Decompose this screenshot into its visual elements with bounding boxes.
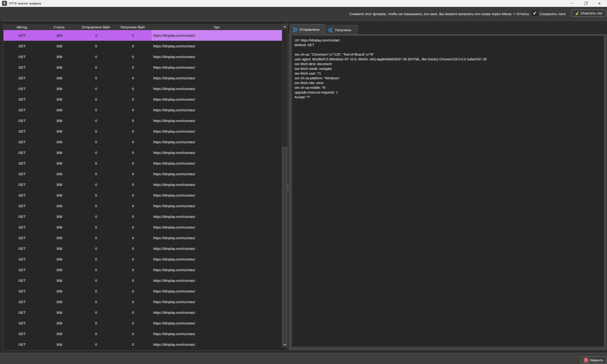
cell-received-bytes: 0 <box>114 169 152 179</box>
table-row[interactable]: GET30800https://idnplay.com/contact <box>3 297 282 307</box>
chevrons-right-icon <box>292 27 298 32</box>
table-row[interactable]: GET30800https://idnplay.com/contact <box>3 73 282 83</box>
cell-received-bytes: 0 <box>114 94 152 105</box>
cell-url: https://idnplay.com/contact <box>152 339 282 350</box>
header-received-bytes[interactable]: Получено байт <box>114 24 152 30</box>
tab-sent[interactable]: Отправлено <box>290 24 325 35</box>
cell-received-bytes: 0 <box>114 52 152 62</box>
table-row[interactable]: GET30800https://idnplay.com/contact <box>3 243 282 254</box>
table-row[interactable]: GET30800https://idnplay.com/contact <box>3 41 282 52</box>
table-row[interactable]: GET30800https://idnplay.com/contact <box>3 328 282 339</box>
table-row[interactable]: GET30800https://idnplay.com/contact <box>3 233 282 243</box>
cell-url: https://idnplay.com/contact <box>152 115 282 126</box>
cell-status: 308 <box>41 286 78 297</box>
table-row[interactable]: GET30800https://idnplay.com/contact <box>3 286 282 297</box>
cell-status: 308 <box>41 211 78 222</box>
splitter-handle-dot <box>288 184 288 185</box>
table-row[interactable]: GET30800https://idnplay.com/contact <box>3 339 282 350</box>
checkmark-icon <box>533 11 537 15</box>
cell-method: GET <box>3 339 41 350</box>
cell-method: GET <box>3 243 41 254</box>
cell-method: GET <box>3 52 41 62</box>
cell-status: 308 <box>41 264 78 275</box>
cell-status: 308 <box>41 339 78 350</box>
cell-sent-bytes: 0 <box>78 243 114 254</box>
cell-status: 308 <box>41 62 78 73</box>
header-method[interactable]: Метод <box>3 24 41 30</box>
table-row[interactable]: GET30800https://idnplay.com/contact <box>3 201 282 211</box>
close-dialog-button[interactable]: ✕ Закрыть <box>581 356 606 364</box>
table-row[interactable]: GET30800https://idnplay.com/contact <box>3 158 282 169</box>
clear-log-button[interactable]: Очистить лог <box>571 10 606 17</box>
table-row[interactable]: GET30800https://idnplay.com/contact <box>3 62 282 73</box>
request-details-text[interactable]: Url: https://idnplay.com/contact Method:… <box>292 36 604 347</box>
minimize-button[interactable] <box>566 0 577 7</box>
table-row[interactable]: GET30800https://idnplay.com/contact <box>3 307 282 318</box>
restore-button[interactable] <box>580 0 591 7</box>
close-window-button[interactable]: ✕ <box>594 0 605 7</box>
table-row[interactable]: GET30800https://idnplay.com/contact <box>3 52 282 62</box>
table-row[interactable]: GET30800https://idnplay.com/contact <box>3 179 282 190</box>
cell-received-bytes: 0 <box>114 254 152 264</box>
table-row[interactable]: GET30800https://idnplay.com/contact <box>3 190 282 201</box>
cell-sent-bytes: 0 <box>78 190 114 201</box>
tab-received[interactable]: Получено <box>325 25 358 35</box>
cell-sent-bytes: 0 <box>78 222 114 233</box>
table-row[interactable]: GET30800https://idnplay.com/contact <box>3 94 282 105</box>
cell-received-bytes: 0 <box>114 222 152 233</box>
table-row[interactable]: GET30800https://idnplay.com/contact <box>3 137 282 147</box>
cell-status: 308 <box>41 307 78 318</box>
cell-url: https://idnplay.com/contact <box>152 158 282 169</box>
cell-method: GET <box>3 62 41 73</box>
cell-sent-bytes: 0 <box>78 318 114 328</box>
cell-url: https://idnplay.com/contact <box>152 201 282 211</box>
cell-method: GET <box>3 211 41 222</box>
table-row[interactable]: GET30800https://idnplay.com/contact <box>3 264 282 275</box>
cell-received-bytes: 0 <box>114 318 152 328</box>
cell-received-bytes: 0 <box>114 233 152 243</box>
cell-status: 308 <box>41 158 78 169</box>
cell-status: 308 <box>41 115 78 126</box>
table-row[interactable]: GET30800https://idnplay.com/contact <box>3 275 282 286</box>
close-dialog-label: Закрыть <box>590 358 603 362</box>
scroll-down-button[interactable] <box>282 342 287 347</box>
table-row[interactable]: GET30800https://idnplay.com/contact <box>3 30 282 41</box>
cell-url: https://idnplay.com/contact <box>152 179 282 190</box>
cell-status: 308 <box>41 137 78 147</box>
cell-method: GET <box>3 147 41 158</box>
table-vertical-scrollbar[interactable] <box>282 24 287 347</box>
cell-received-bytes: 0 <box>114 83 152 94</box>
cell-method: GET <box>3 94 41 105</box>
save-logs-checkbox[interactable] <box>532 10 538 16</box>
table-row[interactable]: GET30800https://idnplay.com/contact <box>3 105 282 115</box>
table-row[interactable]: GET30800https://idnplay.com/contact <box>3 211 282 222</box>
cell-sent-bytes: 0 <box>78 73 114 83</box>
scroll-up-button[interactable] <box>282 24 287 29</box>
cell-sent-bytes: 0 <box>78 211 114 222</box>
table-row[interactable]: GET30800https://idnplay.com/contact <box>3 169 282 179</box>
cell-url: https://idnplay.com/contact <box>152 264 282 275</box>
table-row[interactable]: GET30800https://idnplay.com/contact <box>3 115 282 126</box>
table-row[interactable]: GET30800https://idnplay.com/contact <box>3 254 282 264</box>
table-row[interactable]: GET30800https://idnplay.com/contact <box>3 147 282 158</box>
header-sent-bytes[interactable]: Отправлено байт <box>78 24 114 30</box>
cell-sent-bytes: 0 <box>78 339 114 350</box>
scrollbar-thumb[interactable] <box>282 147 287 342</box>
cell-received-bytes: 0 <box>114 30 152 41</box>
save-logs-label[interactable]: Сохранять логи <box>540 7 566 21</box>
cell-sent-bytes: 0 <box>78 169 114 179</box>
header-status[interactable]: Статус <box>41 24 78 30</box>
cell-sent-bytes: 0 <box>78 137 114 147</box>
table-row[interactable]: GET30800https://idnplay.com/contact <box>3 126 282 137</box>
table-row[interactable]: GET30800https://idnplay.com/contact <box>3 318 282 328</box>
cell-method: GET <box>3 254 41 264</box>
broom-icon <box>575 11 580 16</box>
cell-status: 308 <box>41 147 78 158</box>
cell-url: https://idnplay.com/contact <box>152 126 282 137</box>
header-url[interactable]: Урл <box>152 24 282 30</box>
cell-status: 308 <box>41 254 78 264</box>
cell-method: GET <box>3 307 41 318</box>
cell-status: 308 <box>41 190 78 201</box>
table-row[interactable]: GET30800https://idnplay.com/contact <box>3 222 282 233</box>
table-row[interactable]: GET30800https://idnplay.com/contact <box>3 83 282 94</box>
